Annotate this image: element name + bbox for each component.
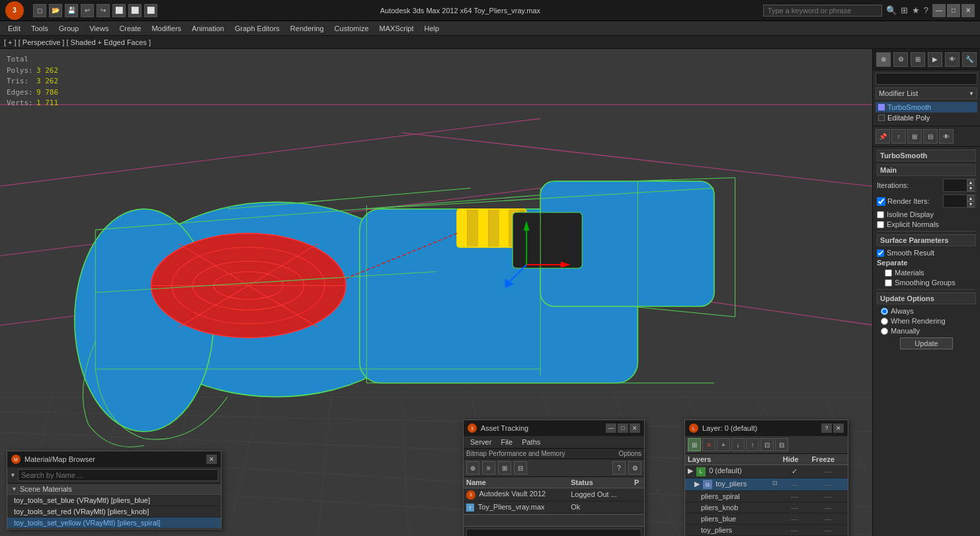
save-btn[interactable]: 💾 (65, 4, 78, 17)
list-item[interactable]: toy_tools_set_yellow (VRayMtl) [pliers_s… (7, 517, 221, 529)
redo-btn[interactable]: ↪ (97, 4, 110, 17)
search2-icon[interactable]: ⊞ (901, 5, 908, 15)
manually-radio[interactable] (881, 328, 888, 335)
collapse-tool[interactable]: ⊟ (923, 129, 938, 144)
layer-tool-7[interactable]: ⊟ (775, 438, 788, 451)
explicit-checkbox[interactable] (877, 221, 884, 228)
eye-tool[interactable]: 👁 (939, 129, 954, 144)
modifier-list-dropdown[interactable]: Modifier List ▼ (876, 87, 977, 99)
asset-options-btn[interactable]: Options (619, 450, 641, 457)
asset-minimize-btn[interactable]: — (606, 424, 616, 433)
table-row[interactable]: toy_pliers — — (685, 525, 848, 536)
table-row[interactable]: 3 Autodesk Vault 2012 Logged Out ... (464, 488, 644, 502)
menu-rendering[interactable]: Rendering (285, 23, 329, 34)
bookmark-icon[interactable]: ★ (912, 5, 920, 15)
menu-customize[interactable]: Customize (329, 23, 374, 34)
render-iters-up[interactable]: ▲ (967, 195, 975, 201)
always-radio[interactable] (881, 308, 888, 315)
layer-col-freeze[interactable]: Freeze (809, 454, 848, 465)
table-row[interactable]: f Toy_Pliers_vray.max Ok (464, 501, 644, 514)
layer-tool-1[interactable]: ⊞ (688, 438, 701, 451)
update-button[interactable]: Update (900, 337, 953, 349)
menu-help[interactable]: Help (419, 23, 445, 34)
pin-tool[interactable]: 📌 (876, 129, 890, 144)
iterations-down[interactable]: ▼ (967, 185, 975, 191)
table-row[interactable]: ▶ L 0 (default) ✓ — (685, 465, 848, 478)
layer-close-btn[interactable]: ✕ (833, 424, 844, 433)
smooth-result-checkbox[interactable] (877, 249, 884, 257)
asset-menu-server[interactable]: Server (466, 437, 495, 447)
asset-tool-5[interactable]: ? (612, 461, 626, 474)
qa2[interactable]: ⬜ (128, 4, 142, 17)
asset-tool-4[interactable]: ⊟ (514, 461, 527, 474)
menu-animation[interactable]: Animation (186, 23, 229, 34)
asset-col-status[interactable]: Status (568, 477, 632, 488)
qa3[interactable]: ⬜ (144, 4, 157, 17)
render-iters-down[interactable]: ▼ (967, 201, 975, 207)
list-item[interactable]: toy_tools_set_red (VRayMtl) [pliers_knob… (7, 506, 221, 517)
viewport[interactable]: Total Polys:3 262 Tris:3 262 Edges:9 786… (0, 49, 872, 536)
modifier-turbosmooth[interactable]: TurboSmooth (876, 102, 977, 112)
when-rendering-radio[interactable] (881, 318, 888, 325)
mat-close-btn[interactable]: ✕ (206, 455, 217, 464)
tab-hierarchy[interactable]: ⊞ (911, 52, 925, 67)
asset-col-p[interactable]: P (632, 477, 644, 488)
layer-tool-3[interactable]: + (717, 438, 730, 451)
asset-close-btn[interactable]: ✕ (630, 424, 640, 433)
layer-help-btn[interactable]: ? (821, 424, 832, 433)
asset-menu-file[interactable]: File (497, 437, 516, 447)
cursor-tool[interactable]: ↑ (891, 129, 906, 144)
menu-modifiers[interactable]: Modifiers (146, 23, 186, 34)
table-row[interactable]: pliers_knob — — (685, 502, 848, 514)
render-iters-input[interactable]: 3 (944, 195, 967, 207)
asset-col-name[interactable]: Name (464, 477, 568, 488)
table-row[interactable]: ▶ G toy_pliers ⊡ — — (685, 478, 848, 491)
tab-motion[interactable]: ▶ (928, 52, 942, 67)
qa1[interactable]: ⬜ (112, 4, 126, 17)
undo-btn[interactable]: ↩ (81, 4, 94, 17)
menu-tools[interactable]: Tools (26, 23, 54, 34)
list-item[interactable]: toy_tools_set_blue (VRayMtl) [pliers_blu… (7, 495, 221, 506)
asset-tool-2[interactable]: ≡ (482, 461, 495, 474)
table-row[interactable]: pliers_spiral — — (685, 491, 848, 502)
asset-restore-btn[interactable]: □ (618, 424, 628, 433)
isoline-checkbox[interactable] (877, 211, 884, 218)
menu-edit[interactable]: Edit (3, 23, 26, 34)
materials-checkbox[interactable] (885, 269, 892, 277)
new-btn[interactable]: ◻ (33, 4, 46, 17)
smoothing-groups-checkbox[interactable] (885, 279, 892, 287)
tab-utilities[interactable]: 🔧 (962, 52, 977, 67)
tab-modify[interactable]: ⚙ (893, 52, 908, 67)
restore-btn[interactable]: □ (947, 4, 960, 17)
minimize-btn[interactable]: — (932, 4, 946, 17)
layer-tool-6[interactable]: ⊡ (760, 438, 774, 451)
layer-tool-5[interactable]: ↑ (746, 438, 759, 451)
layer-tool-4[interactable]: ↓ (731, 438, 745, 451)
asset-menu-paths[interactable]: Paths (518, 437, 544, 447)
asset-path-input[interactable] (466, 529, 641, 537)
expand-tool[interactable]: ⊞ (907, 129, 922, 144)
menu-graph-editors[interactable]: Graph Editors (229, 23, 285, 34)
menu-group[interactable]: Group (54, 23, 85, 34)
iterations-up[interactable]: ▲ (967, 179, 975, 185)
layer-col-hide[interactable]: Hide (780, 454, 809, 465)
mat-search-input[interactable] (18, 469, 218, 481)
tab-display[interactable]: 👁 (945, 52, 960, 67)
modifier-editable-poly[interactable]: Editable Poly (876, 112, 977, 123)
tab-create[interactable]: ⊕ (876, 52, 891, 67)
close-btn[interactable]: ✕ (961, 4, 975, 17)
search-input[interactable] (763, 5, 882, 17)
asset-tool-6[interactable]: ⚙ (628, 461, 641, 474)
render-iters-checkbox[interactable] (877, 197, 885, 206)
menu-create[interactable]: Create (114, 23, 146, 34)
asset-tool-1[interactable]: ⊕ (466, 461, 479, 474)
table-row[interactable]: pliers_blue — — (685, 514, 848, 525)
layer-tool-2[interactable]: ✕ (702, 438, 715, 451)
search-icon[interactable]: 🔍 (886, 5, 897, 15)
asset-tool-3[interactable]: ⊞ (498, 461, 511, 474)
iterations-input[interactable]: 0 (944, 179, 967, 191)
help-icon[interactable]: ? (924, 5, 928, 15)
layer-col-layers[interactable]: Layers (685, 454, 780, 465)
mat-section-header[interactable]: ▼ Scene Materials (7, 484, 221, 495)
menu-maxscript[interactable]: MAXScript (374, 23, 419, 34)
